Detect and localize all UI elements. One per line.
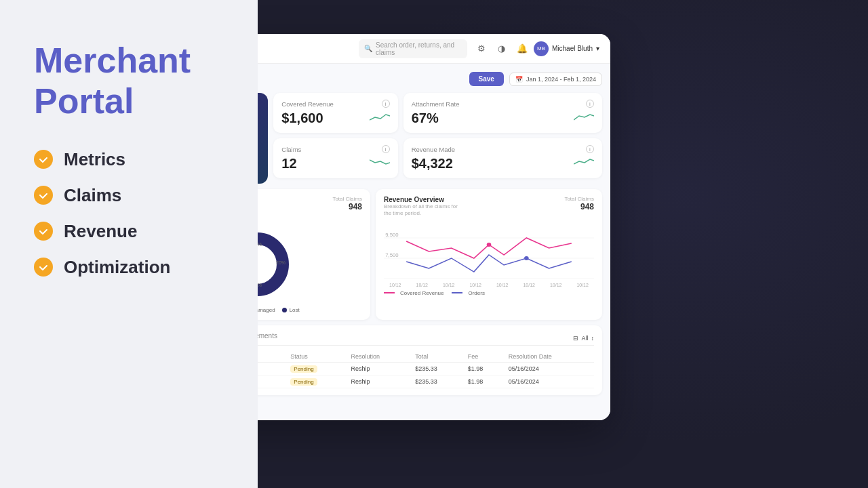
- filter-icon: ⊟: [573, 335, 578, 342]
- revenue-made-info[interactable]: i: [586, 145, 594, 153]
- date-range[interactable]: 📅 Jan 1, 2024 - Feb 1, 2024: [509, 73, 602, 86]
- legend-covered-revenue: Covered Revenue: [384, 290, 443, 296]
- date-range-text: Jan 1, 2024 - Feb 1, 2024: [526, 76, 596, 83]
- svg-point-27: [487, 243, 492, 247]
- revenue-overview-chart: Revenue Overview Breakdown of all the cl…: [376, 189, 602, 320]
- attachment-rate-info[interactable]: i: [586, 100, 594, 108]
- lost-dot: [282, 308, 287, 312]
- main-content: Overview Orders Claims Returns Loyalty: [258, 64, 610, 420]
- donut-legend: Stolen Damaged Lost: [258, 307, 362, 313]
- search-placeholder: Search order, returns, and claims: [376, 41, 462, 56]
- revenue-total-label: Total Claims: [564, 196, 594, 202]
- svg-text:15%: 15%: [258, 242, 262, 247]
- tab-statements[interactable]: Statements: [258, 332, 277, 345]
- search-bar[interactable]: 🔍 Search order, returns, and claims: [359, 39, 467, 58]
- user-name: Michael Bluth: [552, 45, 593, 52]
- user-chip[interactable]: MB Michael Bluth ▾: [534, 41, 599, 56]
- feature-list: Metrics Claims Revenue: [34, 149, 224, 278]
- col-total: Total: [411, 351, 463, 363]
- claims-info[interactable]: i: [382, 145, 390, 153]
- covered-revenue-line: [384, 292, 395, 293]
- orders-line: [452, 292, 462, 293]
- metric-card-claims: Claims i 12: [273, 138, 397, 178]
- topbar: S ShipInsure Store Name Here 🔍 Search or…: [258, 34, 610, 64]
- claims-table: Claim # Date Status Resolution Total Fee…: [258, 351, 594, 388]
- hero-banner: 12 Claims that need resolution View clai…: [258, 93, 268, 184]
- user-chevron: ▾: [596, 45, 599, 52]
- overview-header: Overview Save 📅 Jan 1, 2024 - Feb 1, 202…: [258, 72, 602, 86]
- svg-point-18: [258, 247, 275, 282]
- line-chart-legend: Covered Revenue Orders: [384, 290, 594, 296]
- attachment-rate-value: 67%: [412, 110, 594, 126]
- svg-text:20%: 20%: [276, 260, 285, 265]
- col-date: Date: [258, 351, 286, 363]
- theme-icon[interactable]: ◑: [494, 41, 509, 56]
- top-section: Covered Revenue i $1,600: [258, 93, 602, 184]
- feature-label-metrics: Metrics: [64, 149, 125, 170]
- covered-revenue-label: Covered Revenue: [281, 100, 334, 108]
- page-title: Merchant Portal: [34, 41, 224, 122]
- covered-revenue-info[interactable]: i: [382, 100, 390, 108]
- revenue-made-value: $4,322: [412, 156, 594, 171]
- table-row: 659811637 31/12/2022 Pending Reship $235…: [258, 375, 594, 388]
- feature-label-claims: Claims: [64, 185, 121, 206]
- revenue-made-label: Revenue Made: [412, 146, 455, 153]
- feature-label-optimization: Optimization: [64, 257, 170, 278]
- right-panel: S ShipInsure Store Name Here 🔍 Search or…: [258, 0, 868, 488]
- save-button[interactable]: Save: [469, 72, 504, 86]
- revenue-made-trend: [574, 157, 594, 171]
- line-chart-area: 9,500 7,500: [384, 222, 594, 283]
- covered-revenue-trend: [370, 112, 390, 125]
- attachment-rate-trend: [574, 112, 594, 125]
- covered-revenue-value: $1,600: [281, 110, 389, 126]
- col-resolution-date: Resolution Date: [505, 351, 594, 363]
- claims-tabs: Claims Orders Returns Statements ⊟ All ↕: [258, 332, 594, 346]
- check-icon-revenue: [34, 222, 53, 241]
- svg-text:9,500: 9,500: [385, 232, 398, 238]
- claims-filter[interactable]: ⊟ All ↕: [573, 335, 594, 342]
- check-icon-claims: [34, 186, 53, 205]
- left-panel: Merchant Portal Metrics Claims: [0, 0, 258, 488]
- feature-item-revenue: Revenue: [34, 221, 224, 242]
- metrics-left-col: Covered Revenue i $1,600: [273, 93, 397, 178]
- calendar-icon: 📅: [515, 76, 523, 83]
- col-resolution: Resolution: [347, 351, 412, 363]
- legend-orders: Orders: [452, 290, 484, 296]
- legend-lost: Lost: [282, 307, 300, 313]
- notification-icon[interactable]: 🔔: [515, 41, 530, 56]
- status-badge: Pending: [290, 365, 317, 373]
- topbar-icons: ⚙ ◑ 🔔: [474, 41, 530, 56]
- svg-point-28: [524, 256, 529, 260]
- header-actions: Save 📅 Jan 1, 2024 - Feb 1, 2024: [469, 72, 602, 86]
- claims-total-label: Total Claims: [332, 196, 362, 202]
- svg-text:65%: 65%: [258, 283, 262, 287]
- feature-item-optimization: Optimization: [34, 257, 224, 278]
- feature-label-revenue: Revenue: [64, 221, 137, 242]
- table-row: 659811637 31/12/2022 Pending Reship $235…: [258, 362, 594, 375]
- check-icon-optimization: [34, 258, 53, 277]
- claims-total-value: 948: [332, 202, 362, 211]
- status-badge: Pending: [290, 378, 317, 386]
- metric-card-covered-revenue: Covered Revenue i $1,600: [273, 93, 397, 133]
- illustration: [258, 144, 262, 181]
- claims-overview-chart: Claims Overview Breakdown of all the cla…: [258, 189, 370, 320]
- claims-section: Claims Orders Returns Statements ⊟ All ↕: [258, 325, 602, 395]
- settings-icon[interactable]: ⚙: [474, 41, 489, 56]
- feature-item-metrics: Metrics: [34, 149, 224, 170]
- metric-card-revenue-made: Revenue Made i $4,322: [403, 138, 602, 178]
- revenue-total-value: 948: [564, 202, 594, 211]
- line-chart-svg: 9,500 7,500: [384, 224, 594, 285]
- illustration-svg: [258, 144, 262, 181]
- metric-card-attachment-rate: Attachment Rate i 67%: [403, 93, 602, 133]
- legend-damaged: Damaged: [258, 307, 275, 313]
- claims-metric-label: Claims: [281, 146, 301, 153]
- feature-item-claims: Claims: [34, 185, 224, 206]
- donut-chart: 15% 20% 65%: [258, 227, 294, 302]
- revenue-overview-title: Revenue Overview: [384, 196, 465, 203]
- check-icon-metrics: [34, 150, 53, 169]
- svg-text:7,500: 7,500: [385, 252, 398, 258]
- charts-row: Claims Overview Breakdown of all the cla…: [258, 189, 602, 320]
- donut-chart-container: 15% 20% 65%: [258, 222, 362, 304]
- dashboard-card: S ShipInsure Store Name Here 🔍 Search or…: [258, 34, 610, 420]
- content-area: Overview Save 📅 Jan 1, 2024 - Feb 1, 202…: [258, 64, 610, 420]
